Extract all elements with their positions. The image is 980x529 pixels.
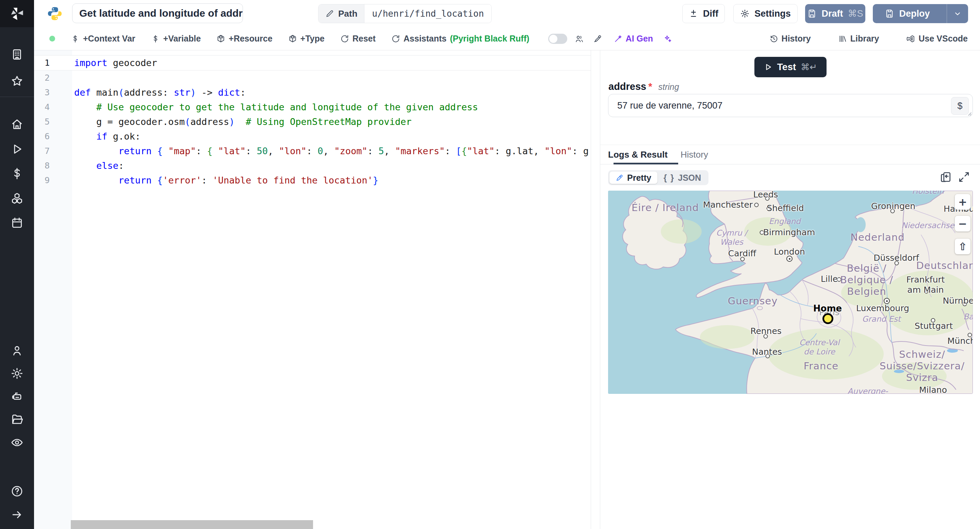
argument-row: address * string	[608, 81, 679, 92]
star-icon[interactable]	[11, 75, 24, 88]
history-icon	[769, 34, 778, 43]
map-place-label: Guernsey	[728, 295, 778, 307]
map-place-label: Grand Est	[862, 314, 900, 324]
toggle-switch[interactable]	[548, 34, 567, 44]
line-number: 4	[34, 100, 72, 115]
top-header: Get latitude and longitude of address Pa…	[34, 0, 980, 27]
dollar-icon[interactable]	[11, 167, 24, 180]
map-place-label: Nürnberg	[943, 296, 973, 306]
chevron-down-icon	[953, 9, 962, 18]
line-number: 3	[34, 85, 72, 100]
code-line: 3def main(address: str) -> dict:	[34, 85, 591, 100]
home-icon[interactable]	[11, 118, 24, 131]
map-place-label: München	[947, 336, 973, 346]
history-button[interactable]: History	[769, 34, 811, 43]
reset-button[interactable]: Reset	[340, 34, 375, 43]
line-number: 6	[34, 129, 72, 143]
city-dot	[754, 203, 759, 207]
add-type-button[interactable]: +Type	[288, 34, 325, 43]
view-json-option[interactable]: { } JSON	[657, 172, 708, 184]
map-locate-button[interactable]: ⇧	[955, 239, 970, 254]
diff-button[interactable]: Diff	[682, 4, 725, 23]
map-place-label: Centre-Val de Loire	[799, 338, 840, 357]
wand-icon	[614, 34, 622, 43]
settings-button[interactable]: Settings	[733, 4, 798, 23]
result-view-toolbar: Pretty { } JSON	[608, 170, 973, 186]
code-text: return {'error': 'Unable to find the loc…	[72, 173, 591, 188]
code-editor[interactable]: 1import geocoder23def main(address: str)…	[34, 50, 591, 529]
deploy-button[interactable]: Deploy	[873, 4, 968, 23]
library-button[interactable]: Library	[838, 34, 879, 43]
test-button[interactable]: Test ⌘↵	[754, 57, 827, 77]
windmill-app: Get latitude and longitude of address Pa…	[0, 0, 980, 529]
code-line: 5 g = geocoder.osm(address) # Using Open…	[34, 115, 591, 129]
save-icon	[807, 9, 817, 18]
map-place-label: Nantes	[752, 347, 782, 357]
eye-icon[interactable]	[11, 436, 24, 449]
robot-icon[interactable]	[11, 390, 24, 403]
map-zoom-out-button[interactable]: −	[955, 216, 970, 231]
map-place-label: Éire / Ireland	[632, 202, 699, 214]
address-input[interactable]: 57 rue de varenne, 75007 $	[608, 94, 973, 117]
line-number: 7	[34, 143, 72, 158]
tab-logs-result[interactable]: Logs & Result	[608, 145, 668, 164]
status-dot	[49, 36, 55, 41]
view-pretty-option[interactable]: Pretty	[609, 172, 657, 184]
deploy-main[interactable]: Deploy	[873, 4, 942, 23]
run-panel: Test ⌘↵ address * string 57 rue de varen…	[600, 50, 980, 529]
line-number: 2	[34, 70, 72, 85]
refresh-icon	[391, 34, 400, 43]
tab-history[interactable]: History	[681, 145, 708, 164]
home-marker[interactable]	[822, 313, 833, 324]
folder-icon[interactable]	[11, 413, 24, 426]
map-place-label: België / Belgique / Belgien	[840, 263, 893, 298]
assistants-detail: (Pyright Black Ruff)	[450, 34, 529, 43]
sparkles-icon[interactable]	[663, 34, 672, 43]
code-line: 7 return { "map": { "lat": 50, "lon": 0,…	[34, 143, 591, 158]
horizontal-scrollbar[interactable]	[71, 520, 313, 529]
result-map[interactable]: LeedsManchesterSheffieldGroningenHamburg…	[608, 191, 973, 394]
field-type: string	[659, 82, 679, 92]
add-variable-button[interactable]: +Variable	[151, 34, 201, 43]
map-zoom-in-button[interactable]: +	[955, 194, 970, 210]
view-mode-segment: Pretty { } JSON	[608, 170, 708, 185]
calendar-icon[interactable]	[11, 217, 24, 229]
map-place-label: Auvergne-	[848, 387, 888, 394]
arrow-right-icon[interactable]	[11, 508, 24, 521]
path-value[interactable]: u/henri/find_location	[364, 5, 492, 23]
building-icon[interactable]	[11, 48, 24, 61]
map-place-label: France	[804, 360, 838, 372]
box-icon	[216, 34, 225, 43]
add-context-var-button[interactable]: +Context Var	[71, 34, 135, 43]
map-place-label: Rennes	[750, 326, 782, 336]
line-number: 9	[34, 173, 72, 188]
save-icon	[885, 9, 894, 18]
assistants-button[interactable]: Assistants (Pyright Black Ruff)	[391, 34, 530, 43]
user-icon[interactable]	[11, 344, 24, 357]
format-brush-icon[interactable]	[593, 34, 602, 43]
play-icon[interactable]	[11, 143, 24, 156]
deploy-dropdown-button[interactable]	[947, 4, 968, 23]
script-title-input[interactable]: Get latitude and longitude of address	[72, 3, 243, 23]
code-text: import geocoder	[72, 56, 591, 70]
vscode-button[interactable]: Use VScode	[906, 34, 968, 43]
windmill-logo[interactable]	[0, 0, 34, 27]
expand-result-icon[interactable]	[958, 171, 970, 183]
line-number: 8	[34, 158, 72, 173]
ai-gen-button[interactable]: AI Gen	[614, 34, 653, 43]
left-sidebar	[0, 0, 34, 529]
add-resource-button[interactable]: +Resource	[216, 34, 272, 43]
gear-icon[interactable]	[11, 367, 24, 380]
map-place-label: Leeds	[753, 191, 778, 200]
path-field[interactable]: Path u/henri/find_location	[318, 4, 492, 23]
help-icon[interactable]	[11, 485, 24, 498]
library-icon	[838, 34, 847, 43]
draft-shortcut: ⌘S	[848, 8, 863, 19]
resize-handle-icon[interactable]	[966, 111, 972, 116]
code-text	[72, 70, 591, 85]
pen-icon	[616, 174, 624, 182]
draft-button[interactable]: Draft ⌘S	[805, 4, 865, 23]
collaborators-icon[interactable]	[575, 34, 584, 43]
cubes-icon[interactable]	[11, 192, 24, 205]
copy-result-icon[interactable]	[940, 171, 952, 183]
